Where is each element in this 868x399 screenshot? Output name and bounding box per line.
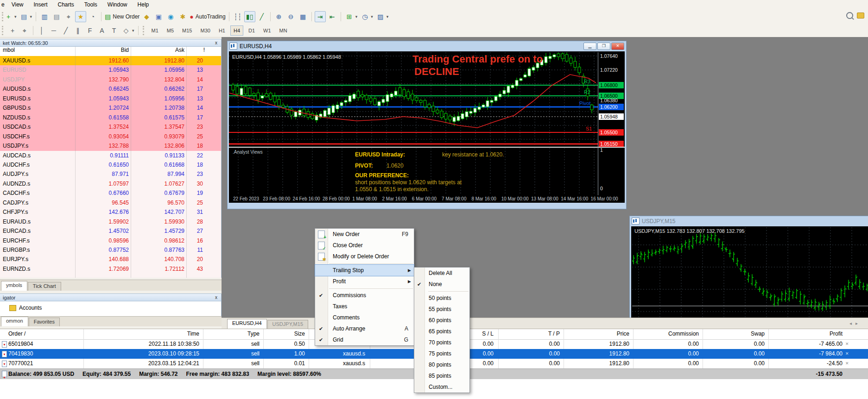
timeframe-m5[interactable]: M5	[164, 25, 177, 36]
channel-button[interactable]: ∥	[72, 25, 83, 36]
menu-insert[interactable]: Insert	[28, 0, 52, 9]
market-watch-row-usdcad-s[interactable]: USDCAD.s1.375241.3754723	[0, 122, 221, 132]
cursor-button[interactable]: +	[7, 25, 18, 36]
usdjpy-chart-window[interactable]: USDJPY,M15 USDJPY,M15 132.783 132.807 13…	[629, 216, 868, 318]
menu-item-trailing-stop[interactable]: Trailing Stop▶	[315, 265, 414, 276]
menu-item-delete-all[interactable]: Delete All	[414, 268, 469, 279]
menu-window[interactable]: Window	[102, 0, 133, 9]
tab-scroll-arrows[interactable]: ◂▸	[849, 321, 862, 326]
market-watch-row-audusd-s[interactable]: AUDUSD.s0.662450.6626217	[0, 84, 221, 94]
strategy-tester-button[interactable]: ◔	[87, 11, 98, 22]
menu-item-auto-arrange[interactable]: ✔Auto ArrangeA	[315, 323, 414, 334]
column-header-symbol[interactable]: mbol	[3, 47, 72, 56]
price-axis[interactable]: 1.076401.072201.068001.065001.063801.062…	[598, 52, 625, 195]
close-position-icon[interactable]: ✕	[845, 349, 849, 359]
search-icon[interactable]	[846, 12, 853, 19]
dropdown-arrow-icon[interactable]: ▾	[386, 14, 389, 19]
indicators-button[interactable]: ⊞	[344, 11, 355, 22]
market-watch-row-chfjpy-s[interactable]: CHFJPY.s142.676142.70731	[0, 207, 221, 217]
crosshair-button[interactable]: ⌖	[19, 25, 30, 36]
vertical-line-button[interactable]: │	[36, 25, 47, 36]
timeframe-h1[interactable]: H1	[215, 25, 228, 36]
eurusd-chart-area[interactable]: EURUSD,H4 1.05896 1.05989 1.05862 1.0594…	[229, 51, 625, 203]
tab-ymbols[interactable]: ymbols	[1, 281, 27, 291]
chart-tab-eurusdh4[interactable]: EURUSD,H4	[227, 319, 267, 329]
timeframe-m1[interactable]: M1	[148, 25, 162, 36]
zoom-out-button[interactable]: ⊖	[285, 11, 297, 22]
market-watch-row-eurcad-s[interactable]: EURCAD.s1.457021.4572927	[0, 226, 221, 236]
restore-icon[interactable]: ❐	[597, 43, 610, 50]
community-icon[interactable]	[857, 12, 864, 19]
experts-settings-button[interactable]: ✱	[177, 11, 188, 22]
menu-item-55-points[interactable]: 55 points	[414, 304, 469, 315]
market-watch-row-eurgbp-s[interactable]: EURGBP.s0.877520.8776311	[0, 245, 221, 255]
bar-chart-button[interactable]: ┆┆	[232, 11, 243, 22]
menu-item-65-points[interactable]: 65 points	[414, 326, 469, 337]
terminal-button[interactable]: ★	[75, 11, 86, 22]
menu-item-60-points[interactable]: 60 points	[414, 315, 469, 326]
pane-separator[interactable]	[229, 147, 598, 148]
dropdown-arrow-icon[interactable]: ▾	[371, 14, 373, 19]
column-header-order[interactable]: Order /	[8, 329, 78, 339]
broadcast-button[interactable]: ◉	[165, 11, 176, 22]
horizontal-line-button[interactable]: ─	[48, 25, 59, 36]
market-watch-row-audjpy-s[interactable]: AUDJPY.s87.97187.99423	[0, 169, 221, 179]
menu-item-modify-or-delete-order[interactable]: ✱Modify or Delete Order	[315, 251, 414, 262]
market-watch-row-usdjpy-s[interactable]: USDJPY.s132.788132.80618	[0, 141, 221, 151]
eurusd-plot-area[interactable]: EURUSD,H4 1.05896 1.05989 1.05862 1.0594…	[229, 52, 598, 201]
market-watch-row-eurjpy-s[interactable]: EURJPY.s140.688140.70820	[0, 255, 221, 264]
timeframe-w1[interactable]: W1	[260, 25, 274, 36]
text-button[interactable]: A	[96, 25, 108, 36]
eraser-button[interactable]: ◆	[141, 11, 152, 22]
timeframe-m30[interactable]: M30	[197, 25, 214, 36]
toolbar-handle[interactable]	[2, 26, 5, 35]
market-watch-row-cadchf-s[interactable]: CADCHF.s0.676600.6767919	[0, 188, 221, 198]
market-watch-row-euraud-s[interactable]: EURAUD.s1.599021.5993028	[0, 217, 221, 227]
profiles-button[interactable]: ▤	[19, 11, 30, 22]
menu-view[interactable]: View	[6, 0, 29, 9]
market-watch-row-audnzd-s[interactable]: AUDNZD.s1.075971.0762730	[0, 179, 221, 189]
new-order-button[interactable]: ▤New Order	[104, 11, 140, 22]
dropdown-arrow-icon[interactable]: ▾	[14, 14, 17, 19]
label-button[interactable]: T	[108, 25, 120, 36]
menu-item-grid[interactable]: ✔GridG	[315, 334, 414, 345]
tab-favorites[interactable]: Favorites	[29, 318, 60, 326]
zoom-in-button[interactable]: ⊕	[273, 11, 285, 22]
menu-item-new-order[interactable]: +New OrderF9	[315, 229, 414, 240]
market-watch-row-audchf-s[interactable]: AUDCHF.s0.616500.6166818	[0, 160, 221, 170]
market-watch-row-cadjpy-s[interactable]: CADJPY.s96.54596.57025	[0, 198, 221, 208]
chart-tab-usdjpym15[interactable]: USDJPY,M15	[267, 320, 308, 329]
menu-tools[interactable]: Tools	[79, 0, 102, 9]
market-watch-row-eurchf-s[interactable]: EURCHF.s0.985960.9861216	[0, 236, 221, 246]
market-watch-row-gbpusd-s[interactable]: GBPUSD.s1.207241.2073814	[0, 103, 221, 113]
create-chart-button[interactable]: +	[3, 11, 14, 22]
column-header-alert[interactable]: !	[186, 47, 205, 56]
menu-item-75-points[interactable]: 75 points	[414, 348, 469, 359]
menu-item-comments[interactable]: Comments	[315, 312, 414, 323]
tile-windows-button[interactable]: ▦	[298, 11, 309, 22]
market-watch-row-nzdusd-s[interactable]: NZDUSD.s0.615580.6157517	[0, 113, 221, 123]
fibonacci-button[interactable]: F	[84, 25, 95, 36]
dropdown-arrow-icon[interactable]: ▾	[355, 14, 358, 19]
menu-item-85-points[interactable]: 85 points	[414, 370, 469, 381]
templates-button[interactable]: ▨	[375, 11, 386, 22]
market-watch-row-xauusd-s[interactable]: XAUUSD.s1912.601912.8020	[0, 56, 221, 66]
menu-item-80-points[interactable]: 80 points	[414, 359, 469, 370]
menu-item-50-points[interactable]: 50 points	[414, 293, 469, 304]
toolbar-handle[interactable]	[143, 26, 146, 35]
navigator-item-accounts[interactable]: Accounts	[9, 305, 42, 311]
line-chart-button[interactable]: ╱	[256, 11, 267, 22]
timeframe-h4[interactable]: H4	[230, 25, 243, 36]
market-watch-row-usdchf-s[interactable]: USDCHF.s0.930540.9307925	[0, 132, 221, 142]
tab-ommon[interactable]: ommon	[1, 317, 28, 326]
timeframe-mn[interactable]: MN	[276, 25, 291, 36]
expert-advisors-button[interactable]: ▣	[153, 11, 164, 22]
arrows-button[interactable]: ◇	[120, 25, 132, 36]
menu-item-70-points[interactable]: 70 points	[414, 337, 469, 348]
usdjpy-chart-area[interactable]: USDJPY,M15 132.783 132.807 132.708 132.7…	[631, 226, 868, 318]
menu-item-custom[interactable]: Custom...	[414, 381, 469, 393]
close-icon[interactable]: x	[213, 294, 219, 300]
auto-scroll-button[interactable]: ⇤	[327, 11, 338, 22]
menu-help[interactable]: Help	[133, 0, 154, 9]
data-window-button[interactable]: ▤	[51, 11, 62, 22]
